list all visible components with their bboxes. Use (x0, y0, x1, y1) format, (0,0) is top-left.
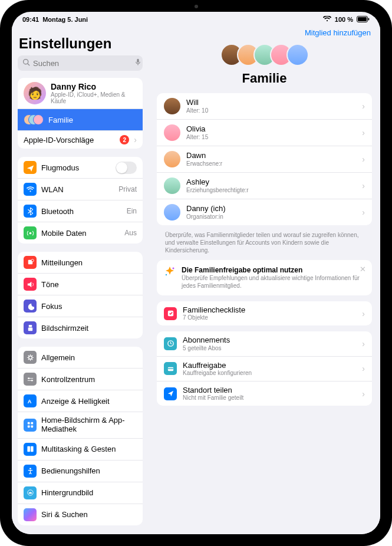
checklist-sub: 7 Objekte (183, 314, 356, 321)
battery-icon (357, 16, 370, 24)
wlan-value: Privat (118, 185, 137, 193)
location-icon (164, 387, 177, 400)
screentime-row[interactable]: Bildschirmzeit (18, 317, 143, 338)
airplane-row[interactable]: Flugmodus (18, 157, 143, 178)
cellular-label: Mobile Daten (41, 229, 87, 238)
apple-id-row[interactable]: 🧑 Danny Rico Apple-ID, iCloud+, Medien &… (18, 78, 143, 108)
multitasking-label: Multitasking & Gesten (41, 445, 137, 453)
search-field[interactable] (18, 55, 143, 71)
svg-point-7 (29, 232, 31, 234)
purchase-sharing-row[interactable]: KauffreigabeKauffreigabe konfigurieren › (157, 356, 372, 381)
svg-rect-30 (167, 367, 173, 371)
member-avatar (164, 98, 180, 114)
accessibility-icon (24, 465, 37, 478)
bluetooth-label: Bluetooth (41, 207, 74, 216)
member-row[interactable]: DawnErwachsene:r › (157, 146, 372, 172)
member-role: Organisator:in (186, 213, 356, 220)
subscriptions-row[interactable]: Abonnements5 geteilte Abos › (157, 331, 372, 356)
tip-desc: Überprüfe Empfehlungen und aktualisiere … (182, 275, 365, 290)
family-avatars-icon (24, 113, 44, 126)
display-row[interactable]: A Anzeige & Helligkeit (18, 390, 143, 412)
svg-point-24 (29, 468, 31, 470)
svg-point-12 (28, 356, 32, 359)
focus-icon (24, 300, 37, 313)
bluetooth-row[interactable]: Bluetooth Ein (18, 200, 143, 222)
member-row[interactable]: WillAlter: 10 › (157, 93, 372, 119)
dictation-icon[interactable] (135, 58, 141, 68)
screentime-label: Bildschirmzeit (41, 324, 137, 333)
bluetooth-value: Ein (127, 207, 137, 215)
status-bar: 09:41 Montag 5. Juni 100 % (12, 12, 380, 26)
subscriptions-sub: 5 geteilte Abos (183, 345, 356, 351)
notifications-row[interactable]: Mitteilungen (18, 252, 143, 273)
svg-rect-20 (27, 426, 29, 428)
focus-row[interactable]: Fokus (18, 295, 143, 317)
family-row[interactable]: Familie (18, 108, 143, 130)
chevron-right-icon: › (362, 154, 365, 164)
sounds-row[interactable]: Töne (18, 273, 143, 295)
member-name: Will (186, 98, 356, 107)
wallpaper-row[interactable]: Hintergrundbild (18, 482, 143, 504)
display-icon: A (24, 394, 37, 407)
homescreen-row[interactable]: Home-Bildschirm & App-Mediathek (18, 412, 143, 438)
general-icon (24, 351, 37, 364)
settings-sidebar: Einstellungen 🧑 Danny Rico Apple-ID, iCl… (12, 26, 149, 534)
airplane-toggle[interactable] (116, 162, 137, 174)
add-member-button[interactable]: Mitglied hinzufügen (305, 28, 371, 37)
search-icon (22, 58, 30, 68)
chevron-right-icon: › (362, 364, 365, 373)
member-role: Erziehungsberechtigte:r (186, 187, 356, 193)
control-center-row[interactable]: Kontrollzentrum (18, 368, 143, 390)
wlan-row[interactable]: WLAN Privat (18, 178, 143, 200)
member-name: Ashley (186, 178, 356, 186)
subscriptions-title: Abonnements (183, 336, 356, 344)
location-sharing-row[interactable]: Standort teilenNicht mit Familie geteilt… (157, 381, 372, 406)
member-name: Olivia (186, 125, 356, 133)
wlan-label: WLAN (41, 185, 64, 194)
svg-point-26 (173, 268, 174, 269)
control-center-icon (24, 373, 37, 386)
siri-row[interactable]: Siri & Suchen (18, 504, 143, 525)
member-row[interactable]: Danny (ich)Organisator:in › (157, 199, 372, 225)
family-tip-card[interactable]: Die Familienfreigabe optimal nutzen Über… (157, 260, 372, 295)
wifi-settings-icon (24, 183, 37, 196)
search-input[interactable] (33, 59, 132, 68)
checklist-title: Familiencheckliste (183, 306, 356, 314)
cellular-row[interactable]: Mobile Daten Aus (18, 222, 143, 244)
member-avatar (164, 177, 180, 194)
svg-rect-21 (31, 426, 33, 428)
svg-rect-5 (137, 59, 139, 63)
family-page: Mitglied hinzufügen Familie WillAlter: 1… (149, 26, 380, 534)
chevron-right-icon: › (362, 101, 365, 111)
chevron-right-icon: › (362, 128, 365, 137)
svg-rect-18 (27, 422, 29, 425)
purchase-icon (164, 362, 177, 375)
multitasking-icon (24, 443, 37, 456)
member-row[interactable]: OliviaAlter: 15 › (157, 119, 372, 146)
airplane-label: Flugmodus (41, 163, 79, 172)
svg-text:A: A (27, 399, 31, 404)
chevron-right-icon: › (362, 181, 365, 190)
bluetooth-icon (24, 205, 37, 218)
tip-title: Die Familienfreigabe optimal nutzen (182, 266, 365, 274)
multitasking-row[interactable]: Multitasking & Gesten (18, 438, 143, 460)
cellular-value: Aus (124, 229, 137, 237)
appleid-suggestions-label: Apple-ID-Vorschläge (24, 136, 115, 144)
siri-icon (24, 508, 37, 521)
family-checklist-row[interactable]: Familiencheckliste7 Objekte › (157, 301, 372, 325)
member-avatar (164, 151, 180, 167)
family-group-avatars (157, 44, 372, 66)
notifications-label: Mitteilungen (41, 258, 137, 267)
general-row[interactable]: Allgemein (18, 347, 143, 368)
member-row[interactable]: AshleyErziehungsberechtigte:r › (157, 172, 372, 199)
family-label: Familie (48, 116, 137, 124)
battery-percent: 100 % (335, 16, 353, 23)
member-role: Erwachsene:r (186, 160, 356, 167)
accessibility-row[interactable]: Bedienungshilfen (18, 460, 143, 482)
svg-rect-19 (31, 422, 33, 425)
member-avatar (164, 124, 180, 141)
close-tip-button[interactable]: ✕ (360, 265, 366, 274)
location-title: Standort teilen (183, 386, 356, 394)
svg-rect-2 (368, 18, 370, 20)
appleid-suggestions-row[interactable]: Apple-ID-Vorschläge 2 › (18, 130, 143, 149)
